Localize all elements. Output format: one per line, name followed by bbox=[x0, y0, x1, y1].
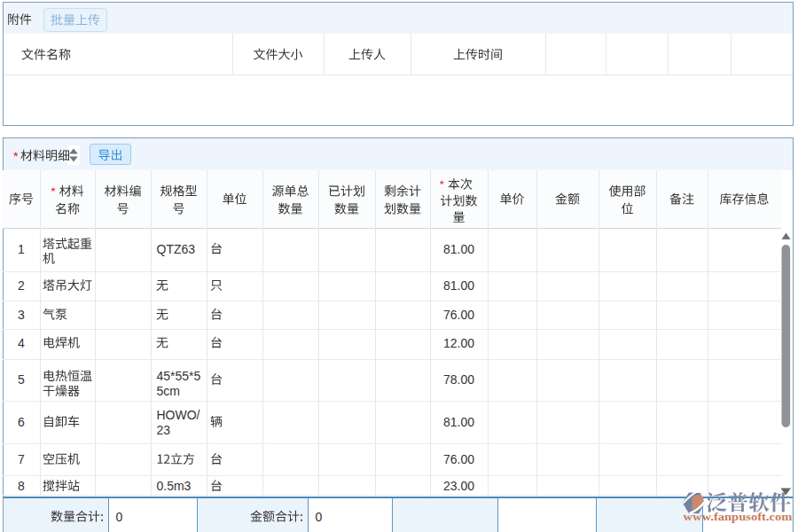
svg-text:23.00: 23.00 bbox=[443, 479, 474, 493]
svg-text:81.00: 81.00 bbox=[443, 242, 474, 256]
svg-text:81.00: 81.00 bbox=[443, 415, 474, 429]
svg-text:23: 23 bbox=[157, 423, 171, 437]
svg-text:0: 0 bbox=[116, 510, 123, 524]
svg-text:0.5m3: 0.5m3 bbox=[157, 479, 192, 493]
svg-text:3: 3 bbox=[18, 308, 25, 322]
svg-text:5cm: 5cm bbox=[157, 384, 180, 398]
svg-text:12.00: 12.00 bbox=[443, 336, 474, 350]
svg-text:76.00: 76.00 bbox=[443, 452, 474, 466]
svg-text:HOWO/: HOWO/ bbox=[157, 408, 200, 422]
svg-text:7: 7 bbox=[18, 452, 25, 466]
svg-text:45*55*5: 45*55*5 bbox=[157, 369, 201, 383]
svg-text:0: 0 bbox=[316, 510, 323, 524]
svg-text:8: 8 bbox=[18, 479, 25, 493]
svg-text:5: 5 bbox=[18, 372, 25, 387]
svg-text:2: 2 bbox=[18, 278, 25, 293]
svg-text:www.fanpusoft.com: www.fanpusoft.com bbox=[684, 510, 794, 523]
svg-text:4: 4 bbox=[18, 336, 25, 350]
svg-text:76.00: 76.00 bbox=[443, 308, 474, 322]
svg-text:81.00: 81.00 bbox=[443, 278, 474, 293]
svg-text:6: 6 bbox=[18, 415, 25, 429]
svg-text:78.00: 78.00 bbox=[443, 372, 474, 387]
svg-text:QTZ63: QTZ63 bbox=[157, 242, 196, 256]
svg-text:1: 1 bbox=[18, 242, 25, 256]
